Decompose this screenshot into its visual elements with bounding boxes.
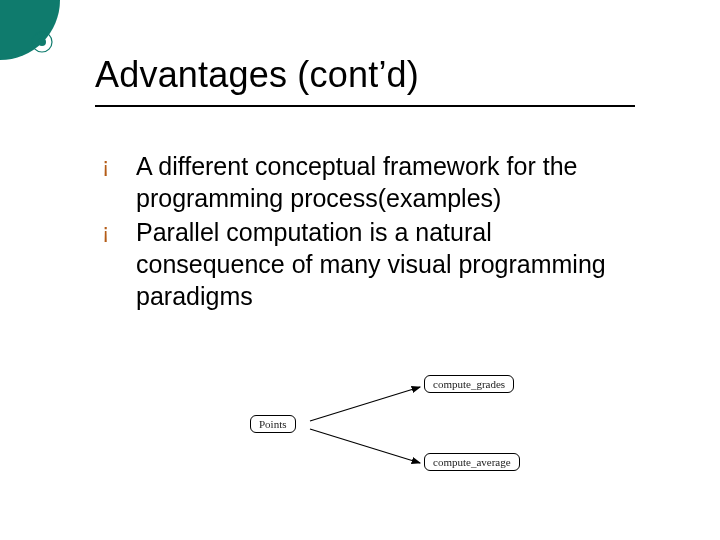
corner-decoration — [0, 0, 80, 80]
title-underline — [95, 105, 635, 107]
slide-body: ¡ A different conceptual framework for t… — [100, 150, 640, 314]
node-points: Points — [250, 415, 296, 433]
bullet-marker: ¡ — [100, 150, 136, 182]
slide-title: Advantages (cont’d) — [95, 54, 419, 96]
arrow-to-average — [310, 429, 420, 463]
node-compute-grades: compute_grades — [424, 375, 514, 393]
arrow-to-grades — [310, 387, 420, 421]
bullet-text: Parallel computation is a natural conseq… — [136, 216, 640, 312]
bullet-marker: ¡ — [100, 216, 136, 248]
slide: Advantages (cont’d) ¡ A different concep… — [0, 0, 720, 540]
bullet-item: ¡ Parallel computation is a natural cons… — [100, 216, 640, 312]
svg-point-1 — [38, 38, 46, 46]
node-compute-average: compute_average — [424, 453, 520, 471]
flow-diagram: Points compute_grades compute_average — [240, 365, 560, 505]
bullet-text: A different conceptual framework for the… — [136, 150, 640, 214]
bullet-item: ¡ A different conceptual framework for t… — [100, 150, 640, 214]
